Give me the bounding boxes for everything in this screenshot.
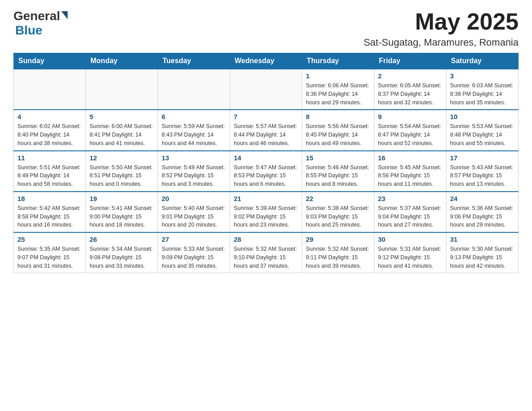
day-info: Sunrise: 5:40 AM Sunset: 9:01 PM Dayligh… xyxy=(162,204,226,229)
week-row-4: 18Sunrise: 5:42 AM Sunset: 8:58 PM Dayli… xyxy=(14,192,519,232)
day-number: 11 xyxy=(17,154,82,162)
day-info: Sunrise: 5:51 AM Sunset: 8:49 PM Dayligh… xyxy=(17,163,82,188)
calendar-cell: 11Sunrise: 5:51 AM Sunset: 8:49 PM Dayli… xyxy=(14,151,86,192)
column-header-saturday: Saturday xyxy=(446,53,519,69)
week-row-1: 1Sunrise: 6:06 AM Sunset: 8:36 PM Daylig… xyxy=(14,69,519,110)
calendar-cell: 19Sunrise: 5:41 AM Sunset: 9:00 PM Dayli… xyxy=(86,192,158,232)
day-info: Sunrise: 5:34 AM Sunset: 9:08 PM Dayligh… xyxy=(90,245,154,270)
week-row-3: 11Sunrise: 5:51 AM Sunset: 8:49 PM Dayli… xyxy=(14,151,519,192)
column-header-friday: Friday xyxy=(374,53,446,69)
day-info: Sunrise: 5:53 AM Sunset: 8:48 PM Dayligh… xyxy=(450,122,515,147)
day-number: 27 xyxy=(162,235,226,243)
day-number: 7 xyxy=(234,113,298,120)
column-header-tuesday: Tuesday xyxy=(158,53,230,69)
calendar-cell: 23Sunrise: 5:37 AM Sunset: 9:04 PM Dayli… xyxy=(374,192,446,232)
calendar-cell: 5Sunrise: 6:00 AM Sunset: 8:41 PM Daylig… xyxy=(86,110,158,150)
day-info: Sunrise: 5:32 AM Sunset: 9:11 PM Dayligh… xyxy=(306,245,370,270)
day-number: 21 xyxy=(234,195,298,202)
day-info: Sunrise: 6:06 AM Sunset: 8:36 PM Dayligh… xyxy=(306,81,370,107)
day-number: 28 xyxy=(234,235,298,243)
day-number: 26 xyxy=(90,235,154,243)
day-number: 30 xyxy=(378,235,442,243)
day-number: 25 xyxy=(17,235,82,243)
day-info: Sunrise: 6:03 AM Sunset: 8:38 PM Dayligh… xyxy=(450,81,515,107)
calendar-cell xyxy=(86,69,158,110)
day-number: 19 xyxy=(90,195,154,202)
day-info: Sunrise: 5:36 AM Sunset: 9:06 PM Dayligh… xyxy=(450,204,515,229)
logo-arrow-icon xyxy=(61,11,68,19)
week-row-5: 25Sunrise: 5:35 AM Sunset: 9:07 PM Dayli… xyxy=(14,232,519,273)
calendar-cell: 16Sunrise: 5:45 AM Sunset: 8:56 PM Dayli… xyxy=(374,151,446,192)
day-info: Sunrise: 5:41 AM Sunset: 9:00 PM Dayligh… xyxy=(90,204,154,229)
logo-blue-text: Blue xyxy=(15,23,43,37)
day-number: 6 xyxy=(162,113,226,120)
calendar-cell: 9Sunrise: 5:54 AM Sunset: 8:47 PM Daylig… xyxy=(374,110,446,150)
day-number: 10 xyxy=(450,113,515,120)
calendar-cell: 2Sunrise: 6:05 AM Sunset: 8:37 PM Daylig… xyxy=(374,69,446,110)
column-header-thursday: Thursday xyxy=(302,53,374,69)
day-info: Sunrise: 5:38 AM Sunset: 9:03 PM Dayligh… xyxy=(306,204,370,229)
day-number: 18 xyxy=(17,195,82,202)
day-number: 13 xyxy=(162,154,226,162)
column-header-wednesday: Wednesday xyxy=(230,53,302,69)
calendar-cell: 28Sunrise: 5:32 AM Sunset: 9:10 PM Dayli… xyxy=(230,232,302,273)
column-header-monday: Monday xyxy=(86,53,158,69)
day-number: 8 xyxy=(306,113,370,120)
day-info: Sunrise: 5:37 AM Sunset: 9:04 PM Dayligh… xyxy=(378,204,442,229)
calendar-cell: 27Sunrise: 5:33 AM Sunset: 9:09 PM Dayli… xyxy=(158,232,230,273)
day-info: Sunrise: 6:00 AM Sunset: 8:41 PM Dayligh… xyxy=(90,122,154,147)
calendar-cell: 25Sunrise: 5:35 AM Sunset: 9:07 PM Dayli… xyxy=(14,232,86,273)
day-info: Sunrise: 5:42 AM Sunset: 8:58 PM Dayligh… xyxy=(17,204,82,229)
title-section: May 2025 Sat-Sugatag, Maramures, Romania xyxy=(364,9,519,48)
day-info: Sunrise: 5:45 AM Sunset: 8:56 PM Dayligh… xyxy=(378,163,442,188)
calendar-cell: 1Sunrise: 6:06 AM Sunset: 8:36 PM Daylig… xyxy=(302,69,374,110)
day-number: 31 xyxy=(450,235,515,243)
logo: General Blue xyxy=(13,9,68,38)
calendar-cell: 14Sunrise: 5:47 AM Sunset: 8:53 PM Dayli… xyxy=(230,151,302,192)
day-number: 9 xyxy=(378,113,442,120)
day-number: 4 xyxy=(17,113,82,120)
day-info: Sunrise: 5:35 AM Sunset: 9:07 PM Dayligh… xyxy=(17,245,82,270)
day-number: 29 xyxy=(306,235,370,243)
day-info: Sunrise: 5:49 AM Sunset: 8:52 PM Dayligh… xyxy=(162,163,226,188)
calendar-cell: 4Sunrise: 6:02 AM Sunset: 8:40 PM Daylig… xyxy=(14,110,86,150)
calendar-cell xyxy=(14,69,86,110)
day-info: Sunrise: 5:32 AM Sunset: 9:10 PM Dayligh… xyxy=(234,245,298,270)
month-title: May 2025 xyxy=(364,9,519,34)
day-number: 20 xyxy=(162,195,226,202)
calendar-cell: 24Sunrise: 5:36 AM Sunset: 9:06 PM Dayli… xyxy=(446,192,519,232)
calendar-cell: 21Sunrise: 5:39 AM Sunset: 9:02 PM Dayli… xyxy=(230,192,302,232)
day-info: Sunrise: 5:57 AM Sunset: 8:44 PM Dayligh… xyxy=(234,122,298,147)
calendar-table: SundayMondayTuesdayWednesdayThursdayFrid… xyxy=(13,53,519,273)
day-number: 17 xyxy=(450,154,515,162)
day-number: 23 xyxy=(378,195,442,202)
day-info: Sunrise: 5:54 AM Sunset: 8:47 PM Dayligh… xyxy=(378,122,442,147)
day-number: 12 xyxy=(90,154,154,162)
calendar-cell xyxy=(158,69,230,110)
day-info: Sunrise: 5:56 AM Sunset: 8:45 PM Dayligh… xyxy=(306,122,370,147)
day-number: 16 xyxy=(378,154,442,162)
calendar-cell: 13Sunrise: 5:49 AM Sunset: 8:52 PM Dayli… xyxy=(158,151,230,192)
day-info: Sunrise: 5:46 AM Sunset: 8:55 PM Dayligh… xyxy=(306,163,370,188)
calendar-cell: 30Sunrise: 5:31 AM Sunset: 9:12 PM Dayli… xyxy=(374,232,446,273)
day-number: 22 xyxy=(306,195,370,202)
day-info: Sunrise: 5:47 AM Sunset: 8:53 PM Dayligh… xyxy=(234,163,298,188)
day-info: Sunrise: 6:02 AM Sunset: 8:40 PM Dayligh… xyxy=(17,122,82,147)
calendar-cell: 8Sunrise: 5:56 AM Sunset: 8:45 PM Daylig… xyxy=(302,110,374,150)
calendar-cell: 26Sunrise: 5:34 AM Sunset: 9:08 PM Dayli… xyxy=(86,232,158,273)
day-number: 3 xyxy=(450,72,515,80)
calendar-cell: 17Sunrise: 5:43 AM Sunset: 8:57 PM Dayli… xyxy=(446,151,519,192)
logo-general-text: General xyxy=(13,9,60,23)
day-info: Sunrise: 5:43 AM Sunset: 8:57 PM Dayligh… xyxy=(450,163,515,188)
calendar-header-row: SundayMondayTuesdayWednesdayThursdayFrid… xyxy=(14,53,519,69)
day-info: Sunrise: 5:59 AM Sunset: 8:43 PM Dayligh… xyxy=(162,122,226,147)
calendar-cell: 15Sunrise: 5:46 AM Sunset: 8:55 PM Dayli… xyxy=(302,151,374,192)
calendar-cell: 20Sunrise: 5:40 AM Sunset: 9:01 PM Dayli… xyxy=(158,192,230,232)
day-info: Sunrise: 5:39 AM Sunset: 9:02 PM Dayligh… xyxy=(234,204,298,229)
day-number: 2 xyxy=(378,72,442,80)
day-info: Sunrise: 5:33 AM Sunset: 9:09 PM Dayligh… xyxy=(162,245,226,270)
week-row-2: 4Sunrise: 6:02 AM Sunset: 8:40 PM Daylig… xyxy=(14,110,519,150)
day-number: 14 xyxy=(234,154,298,162)
day-number: 1 xyxy=(306,72,370,80)
calendar-cell: 6Sunrise: 5:59 AM Sunset: 8:43 PM Daylig… xyxy=(158,110,230,150)
